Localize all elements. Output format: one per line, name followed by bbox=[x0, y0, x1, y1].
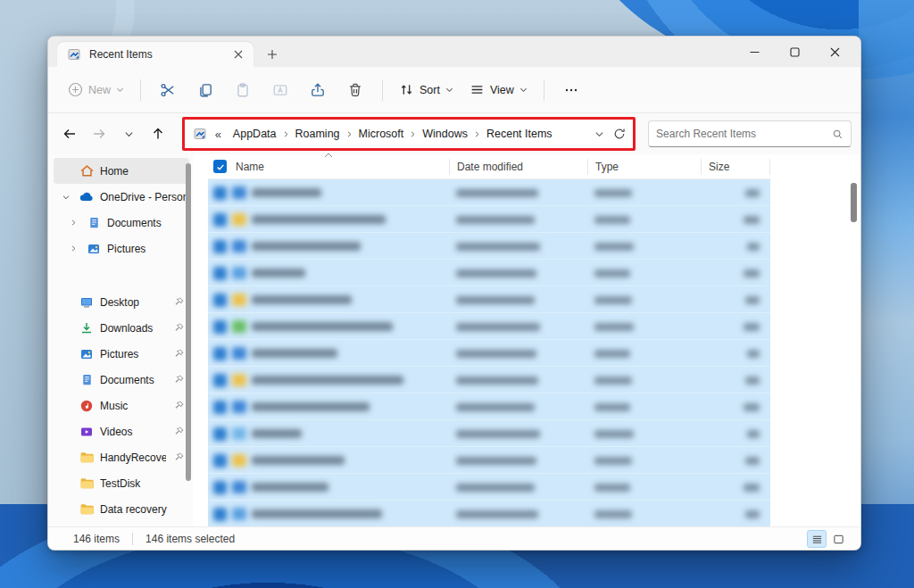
file-row[interactable] bbox=[208, 286, 770, 313]
share-button[interactable] bbox=[300, 74, 336, 106]
breadcrumb-item[interactable]: Recent Items bbox=[482, 125, 557, 143]
breadcrumb-item[interactable]: Microsoft bbox=[354, 125, 409, 143]
home-icon bbox=[79, 163, 95, 179]
ellipsis-icon bbox=[564, 83, 578, 97]
new-button[interactable]: New bbox=[61, 74, 131, 106]
scissors-icon bbox=[160, 82, 176, 98]
new-tab-button[interactable] bbox=[259, 43, 286, 66]
folder-icon bbox=[79, 450, 95, 466]
view-toggles bbox=[807, 530, 848, 548]
file-row[interactable] bbox=[208, 233, 770, 260]
chevron-right-icon[interactable] bbox=[66, 244, 80, 253]
address-bar-highlighted[interactable]: « AppDataRoamingMicrosoftWindowsRecent I… bbox=[182, 117, 636, 151]
file-row[interactable] bbox=[208, 313, 770, 340]
sidebar-item-documents[interactable]: Documents bbox=[54, 367, 189, 393]
breadcrumb-item[interactable]: AppData bbox=[228, 125, 281, 143]
copy-button[interactable] bbox=[187, 74, 223, 106]
chevron-down-icon[interactable] bbox=[59, 193, 73, 202]
sidebar-item-desktop[interactable]: Desktop bbox=[54, 289, 189, 315]
pictures-icon bbox=[86, 241, 102, 257]
file-list-scrollbar[interactable] bbox=[851, 183, 857, 222]
search-icon[interactable] bbox=[832, 128, 843, 140]
breadcrumb-separator-icon bbox=[281, 130, 291, 138]
file-row[interactable] bbox=[208, 367, 770, 393]
minimize-button[interactable] bbox=[735, 37, 775, 67]
forward-button[interactable] bbox=[87, 120, 112, 147]
sidebar-item-onedrive-pictures[interactable]: Pictures bbox=[54, 236, 189, 261]
sort-icon bbox=[399, 82, 414, 97]
file-rows bbox=[208, 179, 770, 527]
file-row[interactable] bbox=[208, 179, 770, 206]
new-button-label: New bbox=[88, 84, 111, 96]
file-row[interactable] bbox=[208, 393, 770, 420]
rename-button[interactable] bbox=[262, 74, 298, 106]
documents-icon bbox=[79, 372, 95, 388]
desktop: Recent Items bbox=[0, 0, 914, 588]
navigation-bar: « AppDataRoamingMicrosoftWindowsRecent I… bbox=[48, 113, 860, 154]
search-input[interactable] bbox=[656, 128, 832, 140]
paste-button[interactable] bbox=[225, 74, 261, 106]
delete-button[interactable] bbox=[337, 74, 373, 106]
rename-icon bbox=[272, 82, 288, 98]
tab-close-icon[interactable] bbox=[230, 46, 246, 62]
file-explorer-window: Recent Items bbox=[47, 36, 861, 551]
file-row[interactable] bbox=[208, 447, 770, 474]
column-header-type[interactable]: Type bbox=[588, 159, 702, 175]
sidebar-item-testdisk[interactable]: TestDisk bbox=[54, 470, 189, 496]
file-row[interactable] bbox=[208, 474, 770, 501]
folder-icon bbox=[79, 501, 95, 518]
tab-recent-items[interactable]: Recent Items bbox=[57, 42, 253, 67]
more-options-button[interactable] bbox=[553, 74, 589, 106]
sidebar-item-music[interactable]: Music bbox=[54, 393, 189, 418]
breadcrumb-separator-icon bbox=[345, 130, 354, 138]
music-icon bbox=[79, 398, 95, 414]
sidebar-item-onedrive[interactable]: OneDrive - Personal bbox=[54, 184, 189, 210]
sidebar-item-videos[interactable]: Videos bbox=[54, 418, 189, 444]
chevron-down-icon bbox=[519, 86, 528, 94]
view-button[interactable]: View bbox=[462, 74, 535, 106]
maximize-button[interactable] bbox=[775, 37, 815, 67]
sidebar-item-data-recovery[interactable]: Data recovery bbox=[54, 496, 189, 522]
thumbnail-view-button[interactable] bbox=[828, 530, 848, 548]
close-button[interactable] bbox=[815, 37, 855, 67]
breadcrumb-overflow[interactable]: « bbox=[213, 128, 223, 141]
pin-icon bbox=[171, 451, 186, 465]
file-row[interactable] bbox=[208, 420, 770, 447]
file-row[interactable] bbox=[208, 340, 770, 367]
chevron-down-icon bbox=[445, 86, 453, 94]
up-button[interactable] bbox=[145, 120, 171, 147]
sort-button[interactable]: Sort bbox=[392, 74, 461, 106]
sidebar-item-downloads[interactable]: Downloads bbox=[54, 315, 189, 341]
sidebar-section-gap bbox=[48, 261, 193, 289]
cut-button[interactable] bbox=[150, 74, 186, 106]
items-count: 146 items bbox=[73, 533, 120, 545]
share-icon bbox=[310, 82, 326, 98]
refresh-icon[interactable] bbox=[613, 128, 626, 140]
explorer-body: Home OneDrive - Personal Documents Pictu… bbox=[48, 154, 860, 526]
file-row[interactable] bbox=[208, 260, 770, 286]
view-button-label: View bbox=[490, 84, 514, 96]
details-view-button[interactable] bbox=[807, 530, 827, 548]
sidebar-item-home[interactable]: Home bbox=[54, 158, 189, 184]
file-list-pane: Name Date modified Type Size bbox=[193, 154, 860, 526]
documents-icon bbox=[86, 215, 102, 231]
back-button[interactable] bbox=[57, 120, 83, 147]
column-header-name[interactable]: Name bbox=[208, 159, 450, 175]
file-row[interactable] bbox=[208, 206, 770, 233]
column-header-size[interactable]: Size bbox=[702, 159, 770, 175]
breadcrumb-item[interactable]: Windows bbox=[418, 125, 472, 143]
sidebar-item-onedrive-documents[interactable]: Documents bbox=[54, 210, 189, 236]
chevron-right-icon[interactable] bbox=[66, 219, 80, 227]
column-header-date-modified[interactable]: Date modified bbox=[450, 159, 588, 175]
breadcrumb-item[interactable]: Roaming bbox=[291, 125, 345, 143]
copy-icon bbox=[197, 82, 213, 98]
search-box[interactable] bbox=[648, 120, 852, 147]
sidebar-item-handyrecovery[interactable]: HandyRecovery bbox=[54, 444, 189, 470]
status-divider bbox=[132, 533, 133, 545]
sidebar-scrollbar[interactable] bbox=[186, 163, 191, 481]
sidebar-item-pictures[interactable]: Pictures bbox=[54, 341, 189, 367]
file-row[interactable] bbox=[208, 501, 770, 527]
select-all-checkbox[interactable] bbox=[213, 160, 227, 173]
recent-locations-chevron-icon[interactable] bbox=[116, 120, 142, 147]
address-dropdown-chevron-icon[interactable] bbox=[594, 129, 604, 139]
